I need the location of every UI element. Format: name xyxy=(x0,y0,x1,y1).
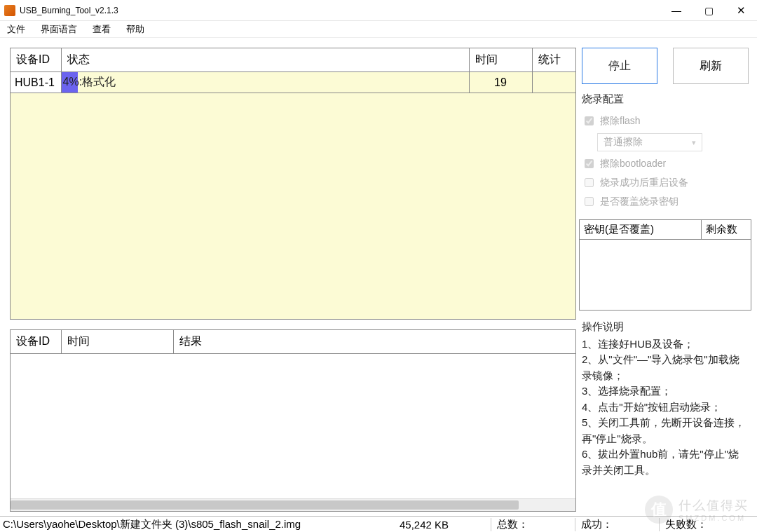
minimize-button[interactable]: — xyxy=(660,0,693,21)
left-pane: 设备ID 状态 时间 统计 HUB1-1 4%:格式化 19 xyxy=(10,48,576,512)
th-result-id[interactable]: 设备ID xyxy=(11,330,61,354)
device-table-panel: 设备ID 状态 时间 统计 HUB1-1 4%:格式化 19 xyxy=(10,48,576,320)
app-icon xyxy=(4,5,15,16)
instructions-title: 操作说明 xyxy=(582,319,749,335)
reboot-checkbox[interactable] xyxy=(585,178,594,187)
refresh-button[interactable]: 刷新 xyxy=(673,48,749,84)
inst-step-3: 3、选择烧录配置； xyxy=(582,383,749,400)
inst-step-6: 6、拔出外置hub前，请先"停止"烧录并关闭工具。 xyxy=(582,446,749,478)
status-text: 4%:格式化 xyxy=(62,75,465,90)
menu-language[interactable]: 界面语言 xyxy=(38,22,80,37)
titlebar: USB_Burning_Tool_v2.1.3 — ▢ ✕ xyxy=(0,0,757,21)
maximize-button[interactable]: ▢ xyxy=(693,0,725,21)
result-table-panel: 设备ID 时间 结果 xyxy=(10,329,576,512)
table-row[interactable]: HUB1-1 4%:格式化 19 xyxy=(11,72,575,93)
erase-flash-label: 擦除flash xyxy=(600,115,641,128)
cell-stat xyxy=(532,72,575,93)
th-key[interactable]: 密钥(是否覆盖) xyxy=(580,220,702,240)
erase-bootloader-row: 擦除bootloader xyxy=(582,157,749,170)
instructions: 操作说明 1、连接好HUB及设备； 2、从"文件"—"导入烧录包"加载烧录镜像；… xyxy=(579,319,751,478)
device-table: 设备ID 状态 时间 统计 HUB1-1 4%:格式化 19 xyxy=(11,48,575,93)
erase-flash-checkbox[interactable] xyxy=(585,116,594,125)
key-table: 密钥(是否覆盖) 剩余数 xyxy=(579,219,751,311)
watermark-icon: 值 xyxy=(645,496,673,524)
action-buttons: 停止 刷新 xyxy=(579,48,751,84)
scrollbar-thumb[interactable] xyxy=(11,500,519,510)
device-table-empty-area xyxy=(11,93,575,319)
result-table: 设备ID 时间 结果 xyxy=(11,330,575,354)
menubar: 文件 界面语言 查看 帮助 xyxy=(0,21,757,38)
inst-step-1: 1、连接好HUB及设备； xyxy=(582,336,749,353)
reboot-label: 烧录成功后重启设备 xyxy=(600,177,688,189)
right-pane: 停止 刷新 烧录配置 擦除flash 普通擦除 擦除bootloader 烧录成… xyxy=(579,48,754,512)
th-status[interactable]: 状态 xyxy=(61,48,469,72)
window-title: USB_Burning_Tool_v2.1.3 xyxy=(20,6,660,15)
config-title: 烧录配置 xyxy=(579,93,751,106)
watermark: 值 什么值得买 SMZDM.COM xyxy=(645,496,749,524)
key-table-empty xyxy=(580,240,751,310)
status-size: 45,242 KB xyxy=(400,519,491,531)
status-total: 总数： xyxy=(491,518,575,531)
close-button[interactable]: ✕ xyxy=(725,0,757,21)
reboot-row: 烧录成功后重启设备 xyxy=(582,176,749,189)
result-table-empty-area xyxy=(11,354,575,498)
erase-mode-value: 普通擦除 xyxy=(603,136,643,149)
cell-time: 19 xyxy=(469,72,532,93)
cell-device-id: HUB1-1 xyxy=(11,72,61,93)
watermark-line2: SMZDM.COM xyxy=(678,514,749,522)
inst-step-4: 4、点击"开始"按钮启动烧录； xyxy=(582,400,749,416)
overwrite-key-label: 是否覆盖烧录密钥 xyxy=(600,196,678,208)
status-path: C:\Users\yaohe\Desktop\新建文件夹 (3)\s805_fl… xyxy=(0,518,400,531)
overwrite-key-row: 是否覆盖烧录密钥 xyxy=(582,195,749,208)
main-area: 设备ID 状态 时间 统计 HUB1-1 4%:格式化 19 xyxy=(0,38,757,514)
erase-bootloader-label: 擦除bootloader xyxy=(600,158,666,170)
overwrite-key-checkbox[interactable] xyxy=(585,197,594,206)
status-bar: C:\Users\yaohe\Desktop\新建文件夹 (3)\s805_fl… xyxy=(0,516,757,532)
cell-status: 4%:格式化 xyxy=(61,72,469,93)
th-result-time[interactable]: 时间 xyxy=(61,330,173,354)
inst-step-5: 5、关闭工具前，先断开设备连接，再"停止"烧录。 xyxy=(582,415,749,446)
stop-button[interactable]: 停止 xyxy=(582,48,657,84)
th-remain[interactable]: 剩余数 xyxy=(702,220,751,240)
menu-view[interactable]: 查看 xyxy=(90,22,114,37)
th-device-id[interactable]: 设备ID xyxy=(11,48,61,72)
horizontal-scrollbar[interactable] xyxy=(11,498,575,511)
erase-flash-row: 擦除flash xyxy=(582,114,749,128)
th-stat[interactable]: 统计 xyxy=(532,48,575,72)
menu-file[interactable]: 文件 xyxy=(4,22,28,37)
watermark-line1: 什么值得买 xyxy=(678,497,749,514)
th-time[interactable]: 时间 xyxy=(469,48,532,72)
menu-help[interactable]: 帮助 xyxy=(123,22,147,37)
th-result[interactable]: 结果 xyxy=(173,330,575,354)
inst-step-2: 2、从"文件"—"导入烧录包"加载烧录镜像； xyxy=(582,352,749,383)
erase-mode-select[interactable]: 普通擦除 xyxy=(597,133,702,151)
erase-bootloader-checkbox[interactable] xyxy=(585,159,594,168)
burn-config: 擦除flash 普通擦除 擦除bootloader 烧录成功后重启设备 是否覆盖… xyxy=(579,114,751,208)
